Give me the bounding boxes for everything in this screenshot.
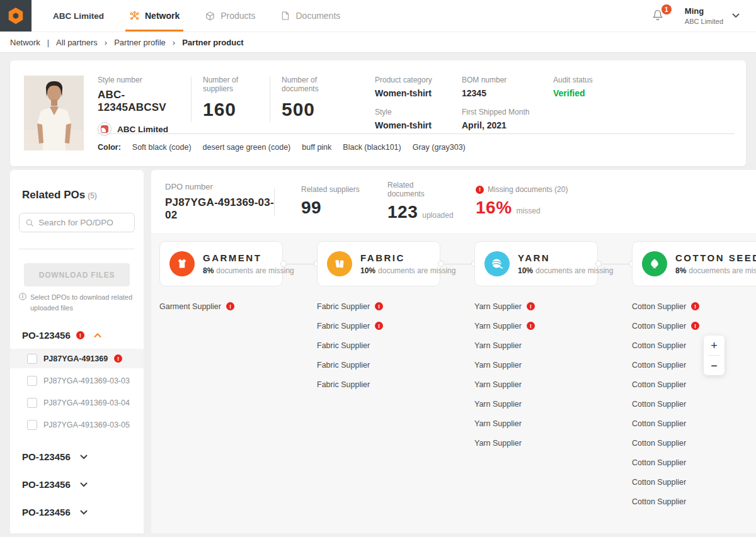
breadcrumb-item[interactable]: All partners [56, 38, 98, 47]
supplier-node[interactable]: Cotton Supplier [632, 414, 756, 433]
supplier-label: Yarn Supplier [474, 439, 522, 448]
network-icon [129, 11, 140, 21]
missing-documents-stat: ! Missing documents (20) 16% missed [476, 185, 568, 218]
dpo-list-item[interactable]: PJ87YGA-491369-03-04 [10, 393, 144, 412]
supplier-list: Yarn Supplier ! Yarn Supplier ! Yarn Sup… [474, 297, 632, 453]
product-photo [24, 76, 84, 150]
supplier-label: Yarn Supplier [474, 380, 522, 389]
dpo-checkbox[interactable] [27, 420, 37, 430]
notifications-button[interactable]: 1 [651, 8, 666, 23]
color-label: Color: [98, 143, 121, 152]
divider [274, 188, 275, 215]
nav-tab-products[interactable]: Products [205, 0, 255, 31]
dpo-checkbox[interactable] [27, 376, 37, 386]
supplier-label: Yarn Supplier [474, 419, 522, 428]
breadcrumb-item[interactable]: Partner profile [114, 38, 166, 47]
color-variant[interactable]: buff pink [302, 143, 331, 152]
supplier-list: Garment Supplier ! [159, 297, 317, 316]
supplier-node[interactable]: Fabric Supplier [317, 355, 474, 375]
supplier-node[interactable]: Cotton Supplier [632, 472, 756, 492]
app-logo[interactable] [0, 0, 32, 31]
breadcrumb-separator: | [47, 38, 49, 47]
zoom-out-button[interactable]: − [704, 356, 724, 375]
zoom-in-button[interactable]: + [704, 336, 724, 355]
supplier-node[interactable]: Fabric Supplier [317, 375, 474, 394]
stage-column-garment: GARMENT 8%documents are missing Garment … [159, 233, 317, 533]
supplier-node[interactable]: Cotton Supplier ! [632, 316, 756, 336]
dpo-label: PJ87YGA-491369-03-04 [43, 399, 130, 407]
breadcrumb-item[interactable]: Network [10, 38, 40, 47]
field-value: Women-tshirt [375, 88, 462, 98]
nav-tab-documents[interactable]: Documents [280, 0, 340, 31]
supplier-node[interactable]: Cotton Supplier [632, 492, 756, 511]
stage-missing-note: 8%docuements are missing [675, 266, 756, 275]
product-info-column: Product category Women-tshirt Style Wome… [375, 76, 462, 166]
supplier-label: Fabric Supplier [317, 322, 370, 331]
color-variant[interactable]: Gray (gray303) [413, 143, 466, 152]
po-count: (5) [88, 191, 97, 200]
po-group-header[interactable]: PO-123456 [22, 507, 144, 517]
supplier-label: Cotton Supplier [632, 458, 686, 467]
field-label: First Shipped Month [462, 108, 553, 116]
stage-card[interactable]: COTTON SEEDS 8%docuements are missing [632, 241, 756, 286]
supplier-node[interactable]: Cotton Supplier ! [632, 297, 756, 316]
po-group-header[interactable]: PO-123456 [22, 479, 144, 490]
warning-icon: ! [114, 354, 122, 363]
breadcrumb-separator: › [173, 38, 175, 47]
supplier-node[interactable]: Garment Supplier ! [159, 297, 317, 316]
supplier-node[interactable]: Fabric Supplier ! [317, 297, 474, 316]
dpo-checkbox[interactable] [27, 398, 37, 408]
dpo-checkbox[interactable] [27, 354, 37, 364]
dpo-number-label: DPO number [165, 182, 274, 191]
supplier-node[interactable]: Yarn Supplier [474, 433, 632, 453]
supplier-node[interactable]: Fabric Supplier ! [317, 316, 474, 336]
stage-card[interactable]: GARMENT 8%documents are missing [159, 241, 283, 286]
uploaded-label: uploaded [422, 211, 453, 220]
breadcrumb-item[interactable]: Partner product [182, 38, 244, 47]
color-variant[interactable]: Black (black101) [343, 143, 401, 152]
download-files-button[interactable]: DOWNLOAD FILES [24, 263, 130, 286]
dpo-list-item[interactable]: PJ87YGA-491369-03-05 [10, 415, 144, 434]
supplier-node[interactable]: Yarn Supplier [474, 336, 632, 355]
search-icon [26, 218, 33, 227]
warning-icon: ! [226, 302, 234, 310]
supplier-node[interactable]: Fabric Supplier [317, 336, 474, 355]
supplier-node[interactable]: Yarn Supplier ! [474, 297, 632, 316]
stage-card[interactable]: YARN 10%documents are missing [474, 241, 598, 286]
color-variants-row: Color:Soft black (code)desert sage green… [98, 143, 466, 152]
po-number: PO-123456 [22, 451, 71, 462]
nav-label: Products [220, 11, 255, 21]
dpo-list-item[interactable]: PJ87YGA-491369 ! [10, 349, 144, 368]
supplier-node[interactable]: Cotton Supplier [632, 453, 756, 472]
supplier-node[interactable]: Cotton Supplier [632, 394, 756, 414]
po-search-box[interactable] [19, 213, 135, 232]
supplier-node[interactable]: Cotton Supplier [632, 375, 756, 394]
supplier-node[interactable]: Yarn Supplier ! [474, 316, 632, 336]
color-variant[interactable]: desert sage green (code) [203, 143, 291, 152]
po-group-header[interactable]: PO-123456 [22, 451, 144, 462]
field-label: Product category [375, 76, 462, 84]
supplier-label: Fabric Supplier [317, 380, 370, 389]
po-group-header[interactable]: PO-123456 ! [22, 330, 144, 341]
supplier-node[interactable]: Cotton Supplier [632, 433, 756, 453]
supplier-node[interactable]: Yarn Supplier [474, 375, 632, 394]
top-navbar: ABC Limited Network Products Documents [0, 0, 756, 31]
supplier-list: Cotton Supplier ! Cotton Supplier ! Cott… [632, 297, 756, 511]
supplier-node[interactable]: Cotton Supplier [632, 355, 756, 375]
related-documents-stat: Related documents 123 uploaded [387, 181, 449, 222]
po-number: PO-123456 [22, 330, 71, 341]
supplier-node[interactable]: Yarn Supplier [474, 414, 632, 433]
field-value: 12345 [462, 88, 553, 98]
nav-tab-network[interactable]: Network [129, 0, 180, 31]
field-label: Audit status [553, 76, 640, 84]
supplier-label: Cotton Supplier [632, 478, 686, 487]
user-menu[interactable]: Ming ABC Limited [685, 6, 740, 25]
supplier-node[interactable]: Cotton Supplier [632, 336, 756, 355]
color-variant[interactable]: Soft black (code) [132, 143, 192, 152]
supplier-label: Yarn Supplier [474, 302, 522, 311]
stage-card[interactable]: FABRIC 10%documents are missing [317, 241, 440, 286]
dpo-list-item[interactable]: PJ87YGA-491369-03-03 [10, 371, 144, 390]
supplier-node[interactable]: Yarn Supplier [474, 394, 632, 414]
supplier-node[interactable]: Yarn Supplier [474, 355, 632, 375]
po-search-input[interactable] [38, 218, 128, 227]
